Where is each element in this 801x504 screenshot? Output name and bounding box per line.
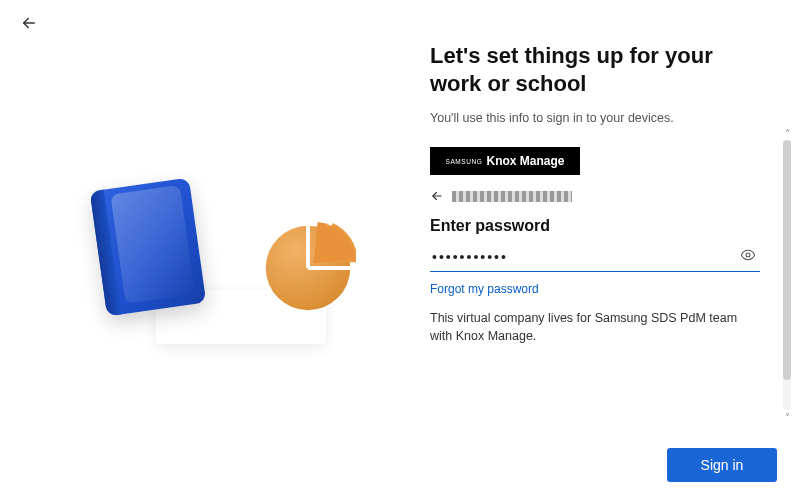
brand-logo: SAMSUNG Knox Manage <box>430 147 580 175</box>
account-row[interactable] <box>430 189 770 203</box>
pie-chart-illustration <box>260 220 356 316</box>
brand-vendor: SAMSUNG <box>445 158 482 165</box>
book-illustration <box>90 178 207 317</box>
illustration-panel <box>60 150 380 370</box>
reveal-password-button[interactable] <box>740 247 758 265</box>
password-input[interactable] <box>430 245 760 272</box>
account-email-masked <box>452 191 572 202</box>
form-panel: Let's set things up for your work or sch… <box>430 42 770 345</box>
svg-point-1 <box>746 253 750 257</box>
eye-icon <box>740 247 756 263</box>
arrow-left-icon <box>20 14 38 32</box>
forgot-password-link[interactable]: Forgot my password <box>430 282 770 296</box>
back-button[interactable] <box>20 14 40 34</box>
page-subtitle: You'll use this info to sign in to your … <box>430 111 770 125</box>
brand-product: Knox Manage <box>487 154 565 168</box>
scroll-down-arrow[interactable]: ˅ <box>782 412 792 422</box>
scrollbar-thumb[interactable] <box>783 140 791 380</box>
sign-in-button[interactable]: Sign in <box>667 448 777 482</box>
company-description: This virtual company lives for Samsung S… <box>430 310 760 345</box>
pie-icon <box>260 220 356 316</box>
page-title: Let's set things up for your work or sch… <box>430 42 760 97</box>
scrollbar-track[interactable] <box>783 140 791 410</box>
arrow-left-icon <box>430 189 444 203</box>
password-label: Enter password <box>430 217 770 235</box>
scroll-up-arrow[interactable]: ˄ <box>782 128 792 138</box>
